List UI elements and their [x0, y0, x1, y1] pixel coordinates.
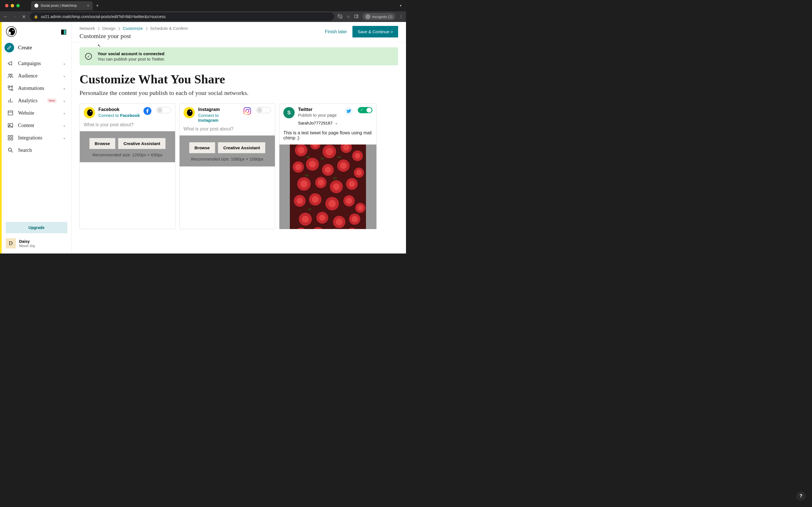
chevron-down-icon: ⌄	[63, 86, 66, 90]
incognito-icon	[365, 14, 370, 19]
creative-assistant-button[interactable]: Creative Assistant	[218, 142, 265, 153]
svg-point-72	[356, 170, 362, 175]
page-heading: Customize What You Share	[80, 72, 398, 87]
card-instagram: Instagram Connect to Instagram What is y…	[179, 103, 275, 229]
mailchimp-avatar-icon	[84, 107, 95, 118]
svg-rect-21	[11, 138, 13, 140]
upgrade-button[interactable]: Upgrade	[6, 222, 67, 233]
connect-facebook-link[interactable]: Connect to Facebook	[98, 113, 140, 118]
svg-rect-18	[8, 135, 10, 137]
card-subtitle: Publish to your page	[298, 113, 342, 117]
svg-rect-9	[11, 89, 13, 91]
tab-close-icon[interactable]: ×	[87, 3, 89, 8]
bookmark-star-icon[interactable]: ☆	[347, 14, 350, 19]
create-button[interactable]: Create	[2, 41, 71, 56]
chevron-right-icon: ❯	[118, 26, 121, 31]
sidebar-item-analytics[interactable]: Analytics New ⌄	[4, 95, 68, 107]
svg-point-67	[355, 153, 360, 159]
svg-point-76	[349, 181, 355, 187]
minimize-window-icon[interactable]	[11, 4, 14, 7]
svg-point-29	[187, 109, 193, 116]
creative-assistant-button[interactable]: Creative Assistant	[118, 138, 165, 149]
sidebar-header	[2, 22, 71, 41]
finish-later-link[interactable]: Finish later	[325, 29, 347, 34]
sidebar-footer: Upgrade D Daisy Mood Joy	[2, 222, 71, 253]
incognito-label: Incognito (2)	[372, 15, 393, 19]
facebook-toggle[interactable]	[156, 107, 171, 113]
close-window-icon[interactable]	[5, 4, 8, 7]
new-tab-button[interactable]: +	[96, 3, 99, 8]
collapse-sidebar-icon[interactable]	[61, 30, 66, 35]
instagram-icon	[243, 107, 251, 115]
sidebar-item-search[interactable]: Search	[4, 144, 68, 156]
crumb-schedule[interactable]: Schedule & Confirm	[150, 26, 188, 31]
chevron-down-icon: ⌄	[63, 61, 66, 65]
user-name: Daisy	[19, 239, 35, 244]
svg-point-68	[295, 164, 301, 170]
new-badge: New	[47, 98, 57, 103]
grid-icon	[7, 135, 13, 141]
sidebar-item-integrations[interactable]: Integrations ⌄	[4, 132, 68, 144]
twitter-account-select[interactable]: SarahJo77729167 ⌄	[280, 119, 376, 128]
sidebar-nav: Campaigns ⌄ Audience ⌄ Automations ⌄ Ana…	[2, 56, 71, 158]
sidebar-item-website[interactable]: Website ⌄	[4, 107, 68, 119]
tab-favicon	[35, 4, 38, 8]
tabs-dropdown-icon[interactable]: ▾	[400, 4, 402, 8]
forward-button[interactable]: →	[12, 14, 17, 19]
mailchimp-logo-icon[interactable]	[6, 26, 17, 38]
facebook-media-area: Browse Creative Assistant Recommended si…	[80, 131, 175, 162]
instagram-toggle[interactable]	[256, 107, 271, 113]
browser-menu-icon[interactable]: ⋮	[399, 14, 403, 19]
toolbar-right: ☆ Incognito (2) ⋮	[338, 13, 403, 20]
sidebar-item-campaigns[interactable]: Campaigns ⌄	[4, 57, 68, 69]
save-continue-button[interactable]: Save & Continue >	[352, 26, 398, 38]
browse-button[interactable]: Browse	[189, 142, 215, 153]
svg-rect-8	[8, 86, 10, 88]
browser-chrome: Social posts | Mailchimp × + ▾ ← → ✕ 🔒 u…	[0, 0, 406, 22]
card-title: Instagram	[198, 107, 240, 112]
user-menu[interactable]: D Daisy Mood Joy	[6, 238, 67, 248]
svg-line-23	[11, 151, 13, 153]
card-title: Twitter	[298, 107, 342, 112]
card-facebook: ↖ Facebook Connect to Facebook	[80, 103, 175, 229]
window-icon	[7, 110, 13, 116]
url-input[interactable]: 🔒 us21.admin.mailchimp.com/social-posts/…	[30, 12, 334, 21]
sidebar-item-automations[interactable]: Automations ⌄	[4, 82, 68, 94]
connect-instagram-link[interactable]: Connect to Instagram	[198, 113, 240, 122]
facebook-post-input[interactable]: What is your post about?	[80, 119, 175, 131]
flow-icon	[7, 85, 13, 91]
side-panel-icon[interactable]	[354, 14, 359, 19]
back-button[interactable]: ←	[3, 14, 8, 19]
crumb-customize[interactable]: Customize	[123, 26, 143, 31]
svg-point-88	[337, 156, 342, 158]
crumb-design[interactable]: Design	[102, 26, 116, 31]
tab-title: Social posts | Mailchimp	[41, 4, 77, 8]
stop-reload-button[interactable]: ✕	[21, 14, 27, 19]
twitter-toggle[interactable]	[358, 107, 372, 113]
instagram-post-input[interactable]: What is your post about?	[180, 124, 275, 135]
sidebar: Create Campaigns ⌄ Audience ⌄ Automation…	[0, 22, 71, 253]
svg-point-87	[320, 158, 324, 160]
svg-point-91	[308, 208, 312, 210]
pencil-icon	[4, 43, 14, 52]
browse-button[interactable]: Browse	[89, 138, 115, 149]
maximize-window-icon[interactable]	[16, 4, 20, 7]
crumb-network[interactable]: Network	[80, 26, 95, 31]
eye-off-icon[interactable]	[338, 14, 343, 20]
sidebar-item-audience[interactable]: Audience ⌄	[4, 70, 68, 82]
incognito-badge[interactable]: Incognito (2)	[363, 13, 395, 20]
twitter-media-area[interactable]	[280, 145, 376, 229]
sidebar-item-content[interactable]: Content ⌄	[4, 119, 68, 131]
lock-icon: 🔒	[34, 15, 38, 18]
chevron-down-icon: ⌄	[63, 74, 66, 78]
svg-point-85	[352, 216, 358, 222]
user-sub: Mood Joy	[19, 244, 35, 248]
create-label: Create	[18, 45, 32, 51]
svg-point-70	[325, 167, 331, 173]
browser-tab[interactable]: Social posts | Mailchimp ×	[31, 1, 93, 10]
twitter-post-input[interactable]: This is a test tweet for page flows usin…	[280, 128, 376, 145]
svg-point-75	[333, 183, 340, 190]
facebook-icon	[144, 107, 151, 115]
svg-point-79	[328, 200, 336, 207]
page-lead: Personalize the content you publish to e…	[80, 89, 398, 97]
